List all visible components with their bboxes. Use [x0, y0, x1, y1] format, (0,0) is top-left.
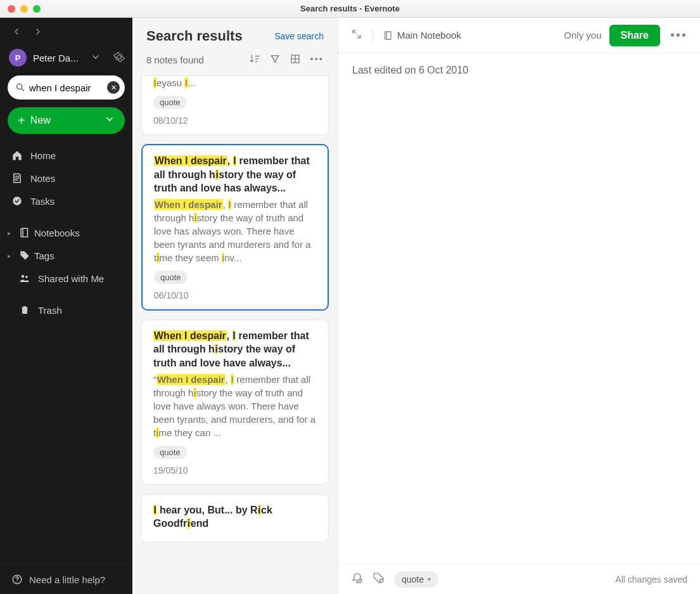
result-tag: quote [153, 96, 187, 109]
nav-forward-button[interactable] [33, 27, 43, 39]
caret-right-icon: ▸ [8, 229, 15, 236]
result-title: When I despair, I remember that all thro… [153, 329, 317, 370]
add-tag-button[interactable] [372, 572, 385, 586]
results-list: Ieyasu I...quote08/10/12When I despair, … [132, 75, 338, 594]
more-options-button[interactable]: ••• [310, 53, 324, 67]
result-date: 06/10/10 [154, 290, 316, 300]
svg-point-3 [25, 276, 28, 278]
home-icon [11, 150, 23, 161]
new-button[interactable]: + New [8, 107, 125, 134]
search-icon [15, 82, 25, 93]
svg-point-1 [13, 197, 22, 205]
result-card[interactable]: When I despair, I remember that all thro… [141, 144, 329, 311]
result-card[interactable]: Ieyasu I...quote08/10/12 [141, 75, 329, 135]
nav-label: Home [30, 150, 56, 161]
notebook-icon [19, 227, 30, 238]
nav-notes[interactable]: Notes [0, 167, 132, 190]
notebook-icon [383, 30, 393, 41]
results-title: Search results [146, 28, 243, 44]
account-row[interactable]: P Peter Da... [0, 45, 132, 75]
trash-icon [19, 304, 30, 316]
shared-icon [19, 273, 30, 284]
search-input[interactable] [25, 82, 107, 93]
result-card[interactable]: I hear you, But... by Rick Goodfriend [141, 494, 329, 543]
divider [372, 29, 373, 42]
window-titlebar: Search results - Evernote [0, 0, 700, 18]
view-toggle-button[interactable] [290, 53, 301, 67]
help-label: Need a little help? [29, 574, 105, 585]
save-status: All changes saved [615, 574, 687, 584]
notes-icon [11, 172, 23, 184]
note-editor-panel: Main Notebook Only you Share ••• Last ed… [338, 18, 700, 594]
nav-label: Notes [30, 173, 55, 184]
result-card[interactable]: When I despair, I remember that all thro… [141, 320, 329, 485]
nav-home[interactable]: Home [0, 144, 132, 167]
nav-label: Tags [34, 250, 54, 261]
results-count: 8 notes found [146, 55, 249, 65]
nav-back-button[interactable] [11, 27, 22, 39]
add-reminder-button[interactable] [351, 572, 364, 586]
nav-shared[interactable]: Shared with Me [0, 267, 132, 290]
help-icon [11, 574, 23, 585]
settings-button[interactable] [113, 51, 125, 65]
notebook-name: Main Notebook [397, 30, 461, 41]
sort-button[interactable] [249, 53, 260, 67]
chevron-down-icon [105, 114, 115, 127]
tag-label: quote [402, 574, 424, 584]
nav-trash[interactable]: Trash [0, 299, 132, 321]
avatar: P [9, 49, 27, 67]
tag-icon [19, 250, 30, 261]
result-title: I hear you, But... by Rick Goodfriend [153, 503, 317, 531]
result-snippet: When I despair, I remember that all thro… [154, 198, 316, 264]
nav-label: Trash [38, 305, 62, 316]
window-title: Search results - Evernote [0, 4, 700, 13]
share-button[interactable]: Share [609, 25, 660, 46]
caret-right-icon: ▸ [8, 252, 15, 259]
result-date: 08/10/12 [153, 115, 317, 126]
result-snippet: Ieyasu I... [153, 76, 317, 89]
nav-label: Shared with Me [38, 273, 104, 284]
results-panel: Search results Save search 8 notes found… [132, 18, 338, 594]
search-input-container[interactable]: ✕ [8, 75, 125, 100]
last-edited-label: Last edited on 6 Oct 2010 [338, 53, 700, 87]
help-button[interactable]: Need a little help? [0, 564, 132, 594]
tasks-icon [11, 195, 23, 207]
editor-header: Main Notebook Only you Share ••• [338, 18, 700, 53]
result-snippet: “When I despair, I remember that all thr… [153, 373, 317, 439]
username-label: Peter Da... [33, 53, 84, 63]
note-tag-chip[interactable]: quote ▾ [394, 571, 438, 588]
nav-notebooks[interactable]: ▸ Notebooks [0, 221, 132, 244]
editor-footer: quote ▾ All changes saved [338, 564, 700, 594]
filter-button[interactable] [269, 53, 281, 67]
expand-button[interactable] [351, 29, 362, 42]
chevron-down-icon: ▾ [428, 576, 431, 583]
plus-icon: + [18, 113, 25, 128]
chevron-down-icon [91, 52, 101, 64]
nav-tags[interactable]: ▸ Tags [0, 244, 132, 267]
result-tag: quote [153, 446, 187, 459]
nav-tasks[interactable]: Tasks [0, 190, 132, 212]
result-tag: quote [154, 271, 188, 284]
note-content-area[interactable] [338, 87, 700, 564]
save-search-link[interactable]: Save search [274, 31, 324, 41]
notebook-selector[interactable]: Main Notebook [383, 30, 461, 41]
result-date: 19/05/10 [153, 465, 317, 475]
svg-point-0 [17, 84, 22, 89]
new-button-label: New [30, 115, 51, 126]
svg-point-2 [22, 275, 25, 278]
nav-label: Notebooks [34, 228, 80, 238]
share-status[interactable]: Only you [564, 30, 601, 41]
sidebar: P Peter Da... ✕ + New Home Notes Tasks [0, 18, 132, 594]
clear-search-button[interactable]: ✕ [107, 81, 120, 94]
nav-label: Tasks [30, 196, 54, 207]
result-title: When I despair, I remember that all thro… [154, 154, 316, 195]
note-more-button[interactable]: ••• [670, 28, 687, 42]
